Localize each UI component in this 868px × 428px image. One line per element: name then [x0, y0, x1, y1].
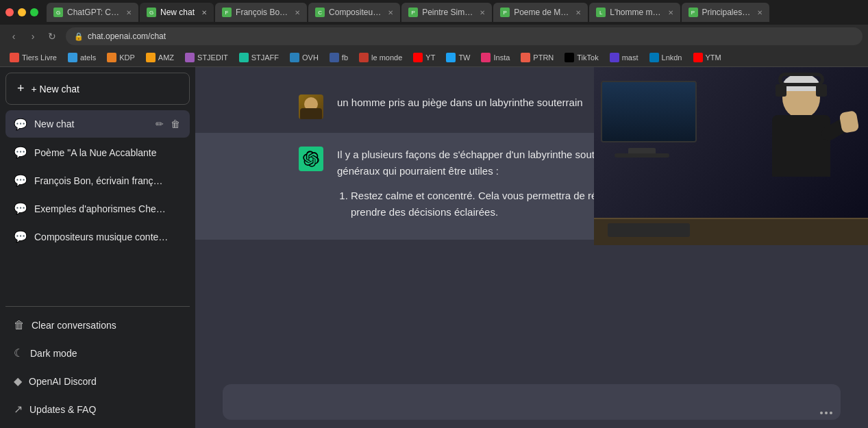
browser-tab[interactable]: LL'homme m…✕	[589, 3, 680, 22]
bookmark-item[interactable]: le monde	[355, 51, 406, 64]
chat-item-label: Poème "A la Nue Accablante	[34, 147, 182, 158]
chat-item-label: New chat	[34, 118, 147, 129]
bookmark-item[interactable]: KDP	[103, 51, 139, 64]
bookmark-label: fb	[342, 53, 348, 62]
sidebar-action-item[interactable]: ◆ OpenAI Discord	[5, 368, 190, 394]
chat-list-item[interactable]: 💬 New chat ✏ 🗑	[5, 110, 190, 138]
tab-close-icon[interactable]: ✕	[480, 9, 485, 16]
main-content: un homme pris au piège dans un labyrinth…	[195, 67, 868, 428]
chat-bubble-icon: 💬	[14, 174, 27, 187]
bookmark-label: KDP	[119, 53, 135, 62]
bookmark-label: STJAFF	[251, 53, 279, 62]
bookmark-item[interactable]: TikTok	[560, 51, 602, 64]
sidebar-action-label: OpenAI Discord	[29, 376, 97, 387]
chat-list-item[interactable]: 💬 Compositeurs musique conte…	[5, 223, 190, 250]
bookmark-item[interactable]: Insta	[477, 51, 514, 64]
bookmark-label: PTRN	[533, 53, 554, 62]
sidebar-action-icon: 🗑	[14, 319, 25, 331]
sidebar-action-label: Dark mode	[30, 348, 77, 359]
chat-item-label: Compositeurs musique conte…	[34, 231, 182, 242]
chat-list-item[interactable]: 💬 Poème "A la Nue Accablante	[5, 139, 190, 166]
input-area	[195, 376, 868, 428]
browser-tab[interactable]: PPoeme de M…✕	[493, 3, 588, 22]
webcam-bg	[594, 67, 868, 245]
browser-tab[interactable]: CCompositeu…✕	[308, 3, 400, 22]
address-bar[interactable]: 🔒 chat.openai.com/chat	[66, 27, 863, 45]
bookmark-item[interactable]: atels	[64, 51, 100, 64]
bookmark-item[interactable]: Lnkdn	[645, 51, 686, 64]
tab-close-icon[interactable]: ✕	[668, 9, 673, 16]
window-controls	[5, 8, 38, 16]
tab-close-icon[interactable]: ✕	[757, 9, 762, 16]
delete-chat-icon[interactable]: 🗑	[169, 117, 182, 131]
browser-tab[interactable]: GNew chat✕	[140, 3, 214, 22]
bookmark-label: TW	[458, 53, 470, 62]
browser-tab[interactable]: FFrançois Bo…✕	[215, 3, 307, 22]
browser-tab[interactable]: PPeintre Sim…✕	[401, 3, 492, 22]
bookmark-label: STJEDIT	[197, 53, 228, 62]
forward-button[interactable]: ›	[25, 28, 41, 45]
nav-buttons: ‹ › ↻	[5, 28, 60, 45]
maximize-btn[interactable]	[30, 8, 38, 16]
bookmark-label: TikTok	[577, 53, 598, 62]
bookmark-item[interactable]: YT	[409, 51, 439, 64]
dot-2	[825, 412, 828, 414]
tab-label: Peintre Sim…	[422, 8, 473, 17]
monitor-element	[601, 81, 697, 142]
bookmark-item[interactable]: TW	[442, 51, 474, 64]
bookmark-label: OVH	[302, 53, 319, 62]
more-options-button[interactable]	[820, 412, 832, 414]
url-text: chat.openai.com/chat	[88, 32, 166, 41]
monitor-base	[615, 153, 669, 158]
bookmark-item[interactable]: fb	[325, 51, 352, 64]
new-chat-button-label: + New chat	[32, 84, 79, 95]
bookmark-label: Lnkdn	[662, 53, 682, 62]
bookmark-item[interactable]: AMZ	[142, 51, 178, 64]
sidebar-action-icon: ↗	[14, 403, 23, 416]
input-box[interactable]	[223, 384, 841, 420]
tab-close-icon[interactable]: ✕	[126, 9, 132, 16]
tab-close-icon[interactable]: ✕	[388, 9, 393, 16]
new-chat-top-button[interactable]: + + New chat	[5, 73, 190, 105]
refresh-button[interactable]: ↻	[44, 28, 60, 45]
chat-list-item[interactable]: 💬 François Bon, écrivain franç…	[5, 167, 190, 194]
tab-bar: GChatGPT: C…✕GNew chat✕FFrançois Bo…✕CCo…	[0, 0, 868, 25]
sidebar-action-item[interactable]: ↗ Updates & FAQ	[5, 396, 190, 423]
address-bar-row: ‹ › ↻ 🔒 chat.openai.com/chat	[0, 25, 868, 48]
bookmarks-bar: Tiers LivreatelsKDPAMZSTJEDITSTJAFFOVHfb…	[0, 48, 868, 67]
minimize-btn[interactable]	[18, 8, 26, 16]
tab-label: L'homme m…	[610, 8, 660, 17]
chat-bubble-icon: 💬	[14, 230, 27, 243]
bookmark-item[interactable]: STJAFF	[235, 51, 283, 64]
tab-close-icon[interactable]: ✕	[295, 9, 300, 16]
browser-tab[interactable]: PPrincipales…✕	[682, 3, 770, 22]
back-button[interactable]: ‹	[5, 28, 22, 45]
browser-tab[interactable]: GChatGPT: C…✕	[47, 3, 138, 22]
bookmark-item[interactable]: OVH	[286, 51, 323, 64]
sidebar-action-item[interactable]: ☾ Dark mode	[5, 340, 190, 366]
webcam-overlay	[594, 67, 868, 245]
bookmark-label: YTM	[706, 53, 721, 62]
bookmark-label: AMZ	[158, 53, 174, 62]
bookmark-item[interactable]: STJEDIT	[181, 51, 232, 64]
bookmark-item[interactable]: YTM	[689, 51, 726, 64]
sidebar-action-icon: ☾	[14, 347, 23, 360]
tab-close-icon[interactable]: ✕	[201, 9, 207, 16]
chat-bubble-icon: 💬	[14, 202, 27, 215]
bookmark-item[interactable]: PTRN	[517, 51, 558, 64]
lock-icon: 🔒	[74, 32, 84, 41]
sidebar-action-label: Clear conversations	[32, 320, 116, 331]
chat-bubble-icon: 💬	[14, 146, 27, 159]
tab-close-icon[interactable]: ✕	[575, 9, 581, 16]
edit-chat-icon[interactable]: ✏	[154, 117, 165, 131]
sidebar-divider	[5, 306, 190, 307]
bookmark-item[interactable]: Tiers Livre	[5, 51, 61, 64]
sidebar-bottom: 🗑 Clear conversations ☾ Dark mode ◆ Open…	[5, 312, 190, 423]
chat-list-item[interactable]: 💬 Exemples d'aphorismes Che…	[5, 195, 190, 222]
chat-item-actions: ✏ 🗑	[154, 117, 182, 131]
close-btn[interactable]	[5, 8, 14, 16]
bookmark-item[interactable]: mast	[606, 51, 643, 64]
browser-chrome: GChatGPT: C…✕GNew chat✕FFrançois Bo…✕CCo…	[0, 0, 868, 67]
user-avatar	[299, 95, 323, 119]
sidebar-action-item[interactable]: 🗑 Clear conversations	[5, 312, 190, 338]
